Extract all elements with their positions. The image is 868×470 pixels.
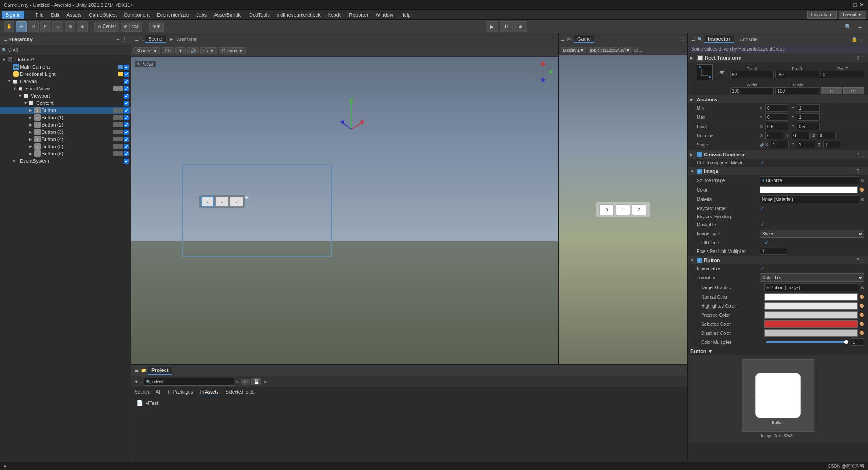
hierarchy-item-button5[interactable]: ▶ B Button (5) bbox=[0, 143, 131, 150]
anchor-min-y[interactable] bbox=[797, 104, 820, 112]
hierarchy-item-button4[interactable]: ▶ B Button (4) bbox=[0, 136, 131, 143]
save-search-btn[interactable]: 💾 bbox=[251, 378, 261, 385]
inspector-lock-icon[interactable]: 🔒 bbox=[851, 36, 858, 42]
selected-color-pick[interactable]: 🎨 bbox=[859, 322, 864, 326]
pos-x-input[interactable] bbox=[730, 71, 774, 78]
anchor-max-x[interactable] bbox=[765, 113, 788, 121]
pos-z-input[interactable] bbox=[821, 71, 864, 78]
tab-console[interactable]: Console bbox=[736, 36, 761, 43]
btn-vis-toggle[interactable] bbox=[124, 108, 129, 113]
btn-help-icon[interactable]: ? bbox=[856, 258, 859, 263]
menu-jobs[interactable]: Jobs bbox=[193, 11, 210, 19]
source-image-pick-btn[interactable]: ⊙ bbox=[860, 178, 864, 183]
menu-file[interactable]: File bbox=[32, 11, 47, 19]
hierarchy-item-button[interactable]: ▶ B Button bbox=[0, 107, 131, 114]
minimize-btn[interactable]: ─ bbox=[846, 1, 850, 8]
pressed-color-pick[interactable]: 🎨 bbox=[859, 313, 864, 317]
menu-edit[interactable]: Edit bbox=[47, 11, 63, 19]
menu-xcode[interactable]: Xcode bbox=[324, 11, 345, 19]
rt-help-icon[interactable]: ? bbox=[856, 56, 859, 61]
rot-y[interactable] bbox=[792, 132, 810, 139]
btn1-vis-toggle[interactable] bbox=[124, 115, 129, 120]
btn-enable-check[interactable]: ✓ bbox=[697, 258, 702, 263]
inspector-menu-icon[interactable]: ☰ bbox=[691, 37, 695, 42]
hierarchy-item-button3[interactable]: ▶ B Button (3) bbox=[0, 128, 131, 136]
grid-toggle[interactable]: ⊞▼ bbox=[149, 22, 164, 32]
project-search-input[interactable] bbox=[152, 379, 232, 384]
search-clear-btn[interactable]: ✕ bbox=[236, 379, 240, 384]
image-header[interactable]: ▼ ✓ Image ? ⋮ bbox=[688, 167, 868, 175]
target-graphic-ref[interactable]: ◈ Button (Image) bbox=[764, 283, 859, 291]
scale-x[interactable] bbox=[771, 141, 789, 148]
hierarchy-item-canvas[interactable]: ▼ ⬜ Canvas bbox=[0, 78, 131, 85]
hierarchy-item-eventsystem[interactable]: ⚙ EventSystem bbox=[0, 157, 131, 164]
game-btn-0[interactable]: 0 bbox=[599, 204, 614, 215]
scene-2d-btn[interactable]: 2D bbox=[162, 47, 174, 54]
anchor-min-x[interactable] bbox=[765, 104, 788, 112]
game-menu-icon[interactable]: ☰ bbox=[561, 37, 565, 42]
material-ref[interactable]: None (Material) bbox=[760, 195, 859, 203]
canvas-renderer-header[interactable]: ▶ ✓ Canvas Renderer ? ⋮ bbox=[688, 150, 868, 159]
tab-animator[interactable]: Animator bbox=[173, 36, 200, 43]
normal-color-pick[interactable]: 🎨 bbox=[859, 295, 864, 299]
tool-transform[interactable]: ⊞ bbox=[65, 21, 75, 32]
project-menu-icon[interactable]: ☰ bbox=[135, 368, 139, 373]
img-settings-icon[interactable]: ⋮ bbox=[861, 169, 865, 174]
highlighted-color-pick[interactable]: 🎨 bbox=[859, 304, 864, 308]
scene-audio-btn[interactable]: 🔊 bbox=[187, 47, 199, 54]
hierarchy-item-maincamera[interactable]: 📷 Main Camera bbox=[0, 63, 131, 70]
material-pick-btn[interactable]: ⊙ bbox=[860, 197, 864, 202]
tg-pick-btn[interactable]: ⊙ bbox=[860, 285, 864, 290]
pressed-color-swatch[interactable] bbox=[764, 311, 858, 319]
hierarchy-item-viewport[interactable]: ▼ ⬜ Viewport bbox=[0, 92, 131, 99]
maximize-btn[interactable]: □ bbox=[853, 1, 857, 8]
sv-vis-toggle[interactable] bbox=[124, 86, 129, 91]
game-btn-2[interactable]: 2 bbox=[632, 204, 646, 215]
game-display-btn[interactable]: Display 1▼ bbox=[561, 47, 586, 53]
tab-project[interactable]: Project bbox=[148, 367, 172, 375]
vp-vis-toggle[interactable] bbox=[124, 94, 129, 99]
cloud-icon[interactable]: ☁ bbox=[854, 22, 864, 32]
hierarchy-item-scrollview[interactable]: ▼ 📋 Scroll View bbox=[0, 85, 131, 92]
pivot-x[interactable] bbox=[765, 123, 788, 130]
content-vis-toggle[interactable] bbox=[124, 101, 129, 106]
menu-skillcheck[interactable]: skill resource check bbox=[274, 11, 324, 19]
menu-reporter[interactable]: Reporter bbox=[345, 11, 372, 19]
tool-rect[interactable]: ▭ bbox=[52, 21, 63, 32]
hierarchy-item-light[interactable]: ☀ Directional Light bbox=[0, 70, 131, 78]
hierarchy-plus-icon[interactable]: + bbox=[116, 36, 120, 43]
image-type-select[interactable]: Sliced Simple Tiled Filled bbox=[760, 230, 864, 238]
tab-game[interactable]: Game bbox=[574, 35, 594, 43]
filter-in-packages[interactable]: In Packages bbox=[166, 389, 195, 395]
anchors-header[interactable]: ▶ Anchors bbox=[688, 95, 868, 103]
source-image-ref[interactable]: ◈ UISprite bbox=[760, 176, 859, 184]
width-input[interactable] bbox=[730, 87, 774, 94]
project-sort-icon[interactable]: ↕ bbox=[140, 379, 142, 384]
filter-all[interactable]: All bbox=[154, 389, 162, 395]
search-settings-btn[interactable]: ⚙ bbox=[263, 379, 267, 384]
pivot-y[interactable] bbox=[797, 123, 820, 130]
button-comp-header[interactable]: ▼ ✓ Button ? ⋮ bbox=[688, 256, 868, 264]
bp-r-btn[interactable]: R bbox=[821, 87, 842, 94]
game-resolution-btn[interactable]: exploit (1125x2436)▼ bbox=[588, 47, 632, 53]
layouts-dropdown[interactable]: Layouts ▼ bbox=[807, 11, 837, 19]
menu-eventinterface[interactable]: EventInterface bbox=[153, 11, 193, 19]
layout-dropdown[interactable]: Layout ▼ bbox=[839, 11, 866, 19]
scene-menu-icon[interactable]: ☰ bbox=[133, 37, 141, 42]
hierarchy-dots-icon[interactable]: ⋮ bbox=[122, 36, 127, 42]
raycast-padding-row[interactable]: Raycast Padding bbox=[688, 212, 868, 221]
tool-hand[interactable]: ✋ bbox=[4, 21, 14, 32]
disabled-color-pick[interactable]: 🎨 bbox=[859, 331, 864, 335]
pos-y-input[interactable] bbox=[775, 71, 819, 78]
menu-assets[interactable]: Assets bbox=[63, 11, 85, 19]
rot-x[interactable] bbox=[765, 132, 783, 139]
coord-mode[interactable]: ⊕ Local bbox=[121, 22, 143, 32]
menu-gameobject[interactable]: GameObject bbox=[85, 11, 120, 19]
anchor-max-y[interactable] bbox=[797, 113, 820, 121]
img-help-icon[interactable]: ? bbox=[856, 169, 859, 174]
es-vis-toggle[interactable] bbox=[124, 159, 129, 164]
menu-window[interactable]: Window bbox=[372, 11, 397, 19]
project-more-btn[interactable]: ⋮ bbox=[679, 367, 684, 373]
btn-settings-icon[interactable]: ⋮ bbox=[861, 258, 865, 263]
rt-settings-icon[interactable]: ⋮ bbox=[861, 56, 865, 61]
